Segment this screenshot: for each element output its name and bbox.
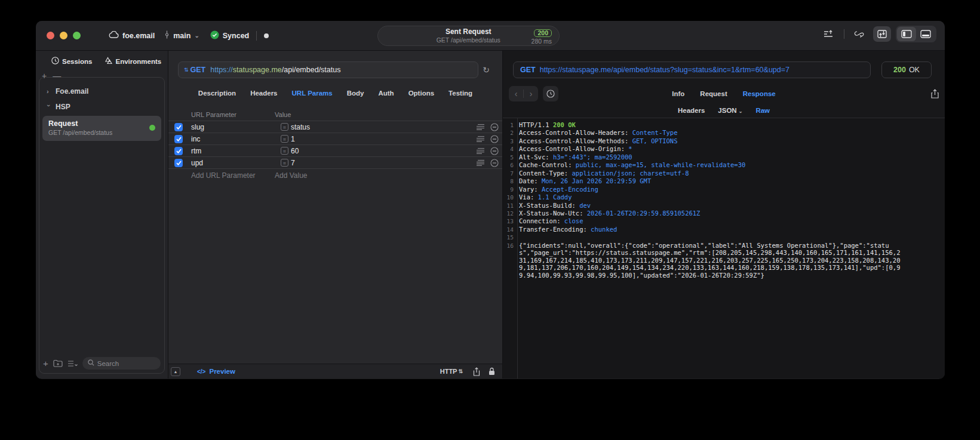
resend-request-icon[interactable]: ↻	[480, 61, 493, 78]
cloud-icon	[109, 31, 119, 40]
toggle-bottom-panel-icon[interactable]	[916, 27, 935, 41]
import-export-icon[interactable]	[873, 26, 891, 42]
tab-headers[interactable]: Headers	[250, 90, 277, 97]
project-menu[interactable]: foe.email	[109, 31, 155, 40]
request-method[interactable]: GET	[191, 66, 206, 74]
tab-body[interactable]: Body	[347, 90, 364, 97]
request-duration: 280 ms	[532, 38, 552, 45]
param-checkbox[interactable]	[174, 147, 183, 155]
sessions-panel: › Foe.email › HSP Request GET /api/embed…	[39, 77, 165, 374]
tab-raw[interactable]: Raw	[755, 107, 770, 114]
editor-tabs: DescriptionHeadersURL ParamsBodyAuthOpti…	[168, 85, 502, 101]
raw-response-view[interactable]: 1HTTP/1.1 200 OK2Access-Control-Allow-He…	[503, 118, 945, 379]
minimize-window-button[interactable]	[60, 32, 67, 39]
param-checkbox[interactable]	[174, 123, 183, 131]
tab-url-params[interactable]: URL Params	[292, 90, 333, 97]
param-name[interactable]: rtm	[183, 147, 281, 155]
remove-param-icon[interactable]	[490, 147, 499, 155]
search-input[interactable]: Search	[82, 357, 161, 370]
param-checkbox[interactable]	[174, 135, 183, 143]
param-row-upd: upd=7	[168, 157, 502, 169]
sent-request-summary[interactable]: Sent Request GET /api/embed/status 200 2…	[377, 26, 560, 46]
add-session-button[interactable]: +	[42, 71, 47, 81]
equals-icon: =	[281, 159, 288, 167]
url-host: statuspage.me	[233, 66, 282, 74]
branch-menu[interactable]: main ⌄	[164, 30, 199, 41]
flow-loop-icon[interactable]	[850, 26, 868, 42]
status-code-badge: 200	[534, 29, 552, 38]
param-value[interactable]: 7	[291, 159, 477, 167]
app-window: foe.email main ⌄ Synced Sent Reques	[36, 21, 945, 379]
add-request-button[interactable]: +	[43, 358, 48, 368]
text-lines-icon[interactable]	[477, 136, 484, 142]
new-folder-icon[interactable]	[53, 359, 63, 367]
remove-param-icon[interactable]	[490, 159, 499, 167]
add-param-value-placeholder[interactable]: Add Value	[275, 171, 308, 180]
param-name[interactable]: inc	[183, 135, 281, 143]
sent-request-url[interactable]: GET https://statuspage.me/api/embed/stat…	[513, 61, 871, 78]
equals-icon: =	[281, 135, 288, 143]
remove-param-icon[interactable]	[490, 135, 499, 143]
url-scheme: https://	[210, 66, 233, 74]
tab-auth[interactable]: Auth	[378, 90, 394, 97]
share-icon[interactable]	[473, 367, 480, 376]
response-nav-row: ‹ › InfoRequestResponse	[509, 85, 939, 102]
forward-icon[interactable]: ›	[524, 89, 538, 99]
tab-json[interactable]: JSON⌄	[718, 107, 742, 114]
http-mode-select[interactable]: HTTP ⇅	[440, 368, 465, 375]
param-checkbox[interactable]	[174, 159, 183, 167]
http-mode-label: HTTP	[440, 368, 457, 375]
sidebar-request-item[interactable]: Request GET /api/embed/status	[42, 116, 161, 141]
add-param-row[interactable]: Add URL Parameter Add Value	[168, 169, 502, 182]
response-status-text: OK	[909, 66, 920, 74]
lock-icon[interactable]	[489, 367, 495, 376]
param-value[interactable]: 60	[291, 147, 477, 155]
tree-item-foe-email[interactable]: › Foe.email	[39, 84, 164, 99]
preview-button[interactable]: </> Preview	[197, 368, 235, 375]
code-line: 5Alt-Svc: h3=":443"; ma=2592000	[503, 153, 945, 161]
tab-sessions[interactable]: Sessions	[51, 57, 93, 66]
zoom-window-button[interactable]	[73, 32, 81, 39]
text-lines-icon[interactable]	[477, 147, 484, 154]
tab-headers[interactable]: Headers	[678, 107, 705, 114]
remove-session-button[interactable]: —	[53, 71, 61, 81]
param-row-inc: inc=1	[168, 133, 502, 145]
export-response-icon[interactable]	[931, 89, 939, 99]
column-value: Value	[275, 111, 291, 118]
tab-info[interactable]: Info	[672, 90, 684, 97]
tab-description[interactable]: Description	[198, 90, 236, 97]
request-url-bar[interactable]: ⇅ GET https://statuspage.me/api/embed/st…	[178, 61, 478, 78]
project-name: foe.email	[122, 32, 155, 40]
remove-param-icon[interactable]	[490, 123, 499, 131]
sort-lines-icon[interactable]	[820, 26, 838, 42]
tree-item-hsp[interactable]: › HSP	[39, 99, 164, 115]
code-line: 2Access-Control-Allow-Headers: Content-T…	[503, 129, 945, 137]
tab-request[interactable]: Request	[700, 90, 727, 97]
tab-environments[interactable]: Environments	[105, 57, 162, 66]
text-lines-icon[interactable]	[477, 124, 484, 130]
text-lines-icon[interactable]	[477, 159, 484, 166]
list-options-icon[interactable]	[67, 360, 78, 367]
method-dropdown-icon[interactable]: ⇅	[184, 67, 189, 73]
sync-status[interactable]: Synced	[210, 30, 249, 41]
param-name[interactable]: slug	[183, 123, 281, 131]
param-value[interactable]: 1	[291, 135, 477, 143]
history-clock-icon[interactable]	[543, 86, 558, 101]
add-param-name-placeholder[interactable]: Add URL Parameter	[168, 171, 275, 180]
close-window-button[interactable]	[47, 32, 54, 39]
back-icon[interactable]: ‹	[509, 89, 523, 99]
toggle-sidebar-icon[interactable]	[897, 27, 916, 41]
code-line: 1HTTP/1.1 200 OK	[503, 121, 945, 129]
param-name[interactable]: upd	[183, 159, 281, 167]
param-value[interactable]: status	[291, 123, 477, 131]
equals-icon: =	[281, 123, 288, 131]
equals-icon: =	[281, 147, 288, 155]
expand-console-button[interactable]: ▲	[171, 367, 180, 376]
divider	[256, 31, 257, 41]
tab-options[interactable]: Options	[408, 90, 434, 97]
sidebar: Sessions Environments + — ›	[36, 51, 168, 379]
tab-testing[interactable]: Testing	[448, 90, 472, 97]
tab-response[interactable]: Response	[743, 90, 776, 97]
code-line: 15	[503, 233, 945, 241]
search-icon	[88, 359, 94, 367]
